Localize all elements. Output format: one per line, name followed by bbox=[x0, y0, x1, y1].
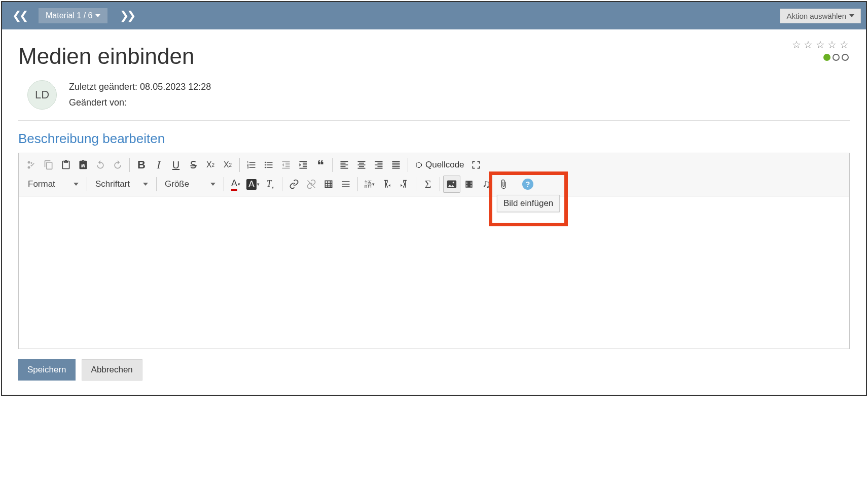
audio-icon[interactable]: ♫ bbox=[478, 176, 495, 193]
image-icon[interactable] bbox=[443, 176, 460, 193]
italic-icon[interactable]: I bbox=[150, 156, 167, 174]
save-button[interactable]: Speichern bbox=[18, 359, 76, 381]
indent-icon[interactable] bbox=[295, 156, 312, 174]
strikethrough-icon[interactable]: S̶ bbox=[185, 156, 202, 174]
text-color-icon[interactable]: A▾ bbox=[227, 176, 244, 193]
caret-down-icon bbox=[143, 183, 148, 186]
caret-down-icon bbox=[74, 183, 79, 186]
underline-icon[interactable]: U bbox=[167, 156, 185, 174]
bg-color-icon[interactable]: A▾ bbox=[244, 176, 262, 193]
subscript-icon[interactable]: X2 bbox=[202, 156, 219, 174]
superscript-icon[interactable]: X2 bbox=[219, 156, 236, 174]
remove-format-icon[interactable]: Tx bbox=[262, 176, 279, 193]
table-icon[interactable] bbox=[320, 176, 337, 193]
redo-icon[interactable] bbox=[109, 156, 126, 174]
rating-stars[interactable]: ☆ ☆ ☆ ☆ ☆ bbox=[792, 39, 849, 51]
status-dot-active bbox=[823, 54, 830, 61]
rich-text-editor: B I U S̶ X2 X2 ❝ bbox=[18, 153, 850, 349]
topbar: ❮❮ Material 1 / 6 ❯❯ Aktion auswählen bbox=[2, 2, 866, 29]
align-justify-icon[interactable] bbox=[387, 156, 405, 174]
cut-icon[interactable] bbox=[23, 156, 40, 174]
bold-icon[interactable]: B bbox=[133, 156, 150, 174]
maximize-icon[interactable] bbox=[467, 156, 485, 174]
align-center-icon[interactable] bbox=[353, 156, 370, 174]
paste-word-icon[interactable] bbox=[75, 156, 92, 174]
avatar: LD bbox=[27, 80, 57, 110]
outdent-icon[interactable] bbox=[277, 156, 295, 174]
nav-last-icon[interactable]: ❯❯ bbox=[115, 9, 139, 22]
size-dropdown[interactable]: Größe bbox=[160, 177, 221, 191]
format-dropdown[interactable]: Format bbox=[23, 177, 84, 191]
language-icon[interactable]: 語▾ bbox=[361, 176, 378, 193]
last-changed: Zuletzt geändert: 08.05.2023 12:28 bbox=[69, 79, 211, 95]
avatar-initials: LD bbox=[35, 88, 49, 101]
ltr-icon[interactable] bbox=[378, 176, 395, 193]
nav-first-icon[interactable]: ❮❮ bbox=[7, 9, 31, 22]
attachment-icon[interactable] bbox=[495, 176, 512, 193]
editor-toolbar: B I U S̶ X2 X2 ❝ bbox=[19, 153, 849, 196]
source-label: Quellcode bbox=[425, 160, 464, 170]
caret-down-icon bbox=[849, 14, 854, 17]
material-label: Material 1 / 6 bbox=[46, 11, 92, 20]
copy-icon[interactable] bbox=[40, 156, 57, 174]
image-tooltip: Bild einfügen bbox=[497, 195, 560, 212]
changed-by: Geändert von: bbox=[69, 95, 211, 111]
align-left-icon[interactable] bbox=[336, 156, 353, 174]
math-icon[interactable]: Σ bbox=[419, 176, 437, 193]
undo-icon[interactable] bbox=[92, 156, 109, 174]
blockquote-icon[interactable]: ❝ bbox=[312, 156, 329, 174]
status-dot bbox=[842, 54, 849, 61]
font-dropdown[interactable]: Schriftart bbox=[90, 177, 153, 191]
status-dot bbox=[833, 54, 840, 61]
source-button[interactable]: Quellcode bbox=[411, 159, 467, 171]
caret-down-icon bbox=[95, 14, 100, 17]
page-title: Medien einbinden bbox=[18, 44, 850, 69]
unlink-icon[interactable] bbox=[303, 176, 320, 193]
align-right-icon[interactable] bbox=[370, 156, 387, 174]
material-dropdown[interactable]: Material 1 / 6 bbox=[39, 8, 107, 23]
help-icon[interactable]: ? bbox=[522, 179, 533, 190]
action-dropdown[interactable]: Aktion auswählen bbox=[780, 9, 861, 23]
video-icon[interactable] bbox=[460, 176, 478, 193]
numbered-list-icon[interactable] bbox=[243, 156, 260, 174]
divider bbox=[18, 120, 850, 121]
link-icon[interactable] bbox=[285, 176, 303, 193]
bullet-list-icon[interactable] bbox=[260, 156, 277, 174]
hr-icon[interactable] bbox=[337, 176, 354, 193]
caret-down-icon bbox=[210, 183, 215, 186]
rtl-icon[interactable] bbox=[395, 176, 413, 193]
editor-body[interactable] bbox=[19, 196, 849, 349]
paste-icon[interactable] bbox=[57, 156, 75, 174]
cancel-button[interactable]: Abbrechen bbox=[82, 359, 142, 381]
section-heading[interactable]: Beschreibung bearbeiten bbox=[18, 131, 850, 147]
status-dots bbox=[792, 54, 849, 61]
action-label: Aktion auswählen bbox=[786, 12, 846, 20]
